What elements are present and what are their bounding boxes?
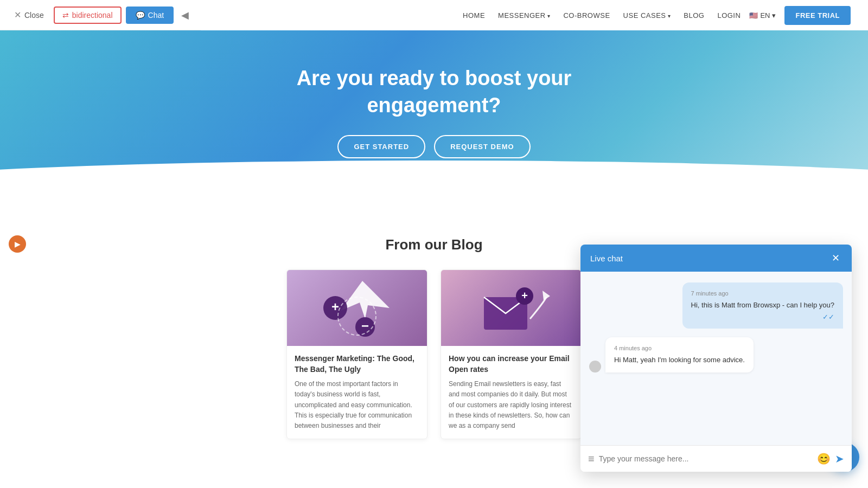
hero-buttons: GET STARTED REQUEST DEMO — [337, 135, 530, 158]
live-chat-widget: Live chat ✕ 7 minutes ago Hi, this is Ma… — [580, 245, 852, 461]
emoji-icon: 😊 — [817, 453, 831, 461]
play-button-container: ▶ — [9, 235, 26, 253]
nav-link-messenger[interactable]: MESSENGER — [494, 8, 554, 23]
lang-code: EN — [760, 11, 770, 20]
blog-card-2[interactable]: + How you can increase your Email Open r… — [441, 269, 582, 439]
chat-emoji-button[interactable]: 😊 — [817, 452, 831, 461]
chat-close-icon: ✕ — [832, 253, 840, 264]
nav-links: HOME MESSENGER CO-BROWSE USE CASES BLOG … — [458, 10, 745, 20]
chat-input-area: ≡ 😊 ➤ — [580, 445, 852, 461]
hero-section: Are you ready to boost yourengagement? G… — [0, 30, 868, 204]
bidirectional-label: bidirectional — [72, 11, 113, 20]
blog-card-2-image: + — [441, 270, 581, 346]
nav-link-login[interactable]: LOGIN — [713, 8, 745, 23]
svg-marker-0 — [341, 281, 390, 319]
chat-double-check-icon: ✓✓ — [691, 313, 834, 321]
svg-text:+: + — [331, 299, 339, 314]
blog-card-2-content: How you can increase your Email Open rat… — [441, 346, 581, 439]
chat-message-text-2: Hi Matt, yeah I'm looking for some advic… — [614, 355, 745, 365]
nav-item-login[interactable]: LOGIN — [713, 10, 745, 20]
chat-message-2: 4 minutes ago Hi Matt, yeah I'm looking … — [605, 337, 754, 373]
nav-item-messenger[interactable]: MESSENGER — [494, 10, 554, 20]
request-demo-button[interactable]: REQUEST DEMO — [434, 135, 530, 158]
svg-text:+: + — [521, 290, 528, 301]
nav-item-blog[interactable]: BLOG — [679, 10, 709, 20]
chat-label: Chat — [148, 11, 164, 20]
nav-item-home[interactable]: HOME — [458, 10, 489, 20]
hero-title: Are you ready to boost yourengagement? — [297, 65, 572, 119]
send-icon: ➤ — [835, 453, 844, 461]
chat-timestamp-2: 4 minutes ago — [614, 345, 745, 351]
chat-timestamp-1: 7 minutes ago — [691, 290, 834, 297]
chat-send-button[interactable]: ➤ — [835, 452, 844, 461]
toolbar: ✕ Close ⇄ bidirectional 💬 Chat ◀ — [0, 0, 201, 30]
chat-bubble-icon: 💬 — [136, 11, 145, 20]
chat-header: Live chat ✕ — [580, 245, 852, 272]
close-label: Close — [24, 11, 44, 20]
chat-messages-area: 7 minutes ago Hi, this is Matt from Brow… — [580, 272, 852, 445]
nav-link-blog[interactable]: BLOG — [679, 8, 709, 23]
nav-link-cobrowse[interactable]: CO-BROWSE — [559, 8, 614, 23]
chat-message-2-wrapper: 4 minutes ago Hi Matt, yeah I'm looking … — [589, 337, 843, 373]
language-selector[interactable]: 🇺🇸 EN ▾ — [745, 8, 780, 23]
play-icon: ▶ — [15, 240, 21, 248]
svg-marker-9 — [542, 291, 550, 300]
chat-message-input[interactable] — [599, 454, 813, 461]
collapse-icon: ◀ — [181, 10, 189, 21]
lang-dropdown-icon: ▾ — [772, 11, 776, 20]
blog-card-1-content: Messenger Marketing: The Good, The Bad, … — [287, 346, 427, 439]
blog-card-1[interactable]: + − Messenger Marketing: The Good, The B… — [286, 269, 427, 439]
play-button[interactable]: ▶ — [9, 235, 26, 253]
chat-avatar — [589, 361, 601, 373]
svg-text:−: − — [361, 318, 369, 333]
flag-icon: 🇺🇸 — [749, 11, 758, 20]
chat-header-title: Live chat — [590, 254, 623, 263]
blog-card-1-image: + − — [287, 270, 427, 346]
blog-card-2-text: Sending Email newsletters is easy, fast … — [449, 379, 573, 431]
blog-card-2-title: How you can increase your Email Open rat… — [449, 354, 573, 375]
collapse-button[interactable]: ◀ — [178, 6, 192, 24]
close-button[interactable]: ✕ Close — [9, 7, 49, 23]
chat-close-button[interactable]: ✕ — [829, 252, 842, 264]
chat-message-text-1: Hi, this is Matt from Browsxp - can I he… — [691, 300, 834, 311]
chat-menu-icon[interactable]: ≡ — [588, 453, 595, 461]
close-icon: ✕ — [14, 10, 21, 20]
nav-link-home[interactable]: HOME — [458, 8, 489, 23]
get-started-button[interactable]: GET STARTED — [337, 135, 425, 158]
chat-message-1: 7 minutes ago Hi, this is Matt from Brow… — [682, 282, 843, 329]
blog-card-1-title: Messenger Marketing: The Good, The Bad, … — [295, 354, 419, 375]
blog-card-1-text: One of the most important factors in tod… — [295, 379, 419, 431]
bidirectional-icon: ⇄ — [62, 11, 69, 20]
nav-link-usecases[interactable]: USE CASES — [619, 8, 675, 23]
free-trial-button[interactable]: FREE TRIAL — [784, 6, 851, 25]
chat-button[interactable]: 💬 Chat — [126, 7, 174, 24]
nav-item-usecases[interactable]: USE CASES — [619, 10, 675, 20]
bidirectional-button[interactable]: ⇄ bidirectional — [54, 7, 122, 24]
nav-item-cobrowse[interactable]: CO-BROWSE — [559, 10, 614, 20]
